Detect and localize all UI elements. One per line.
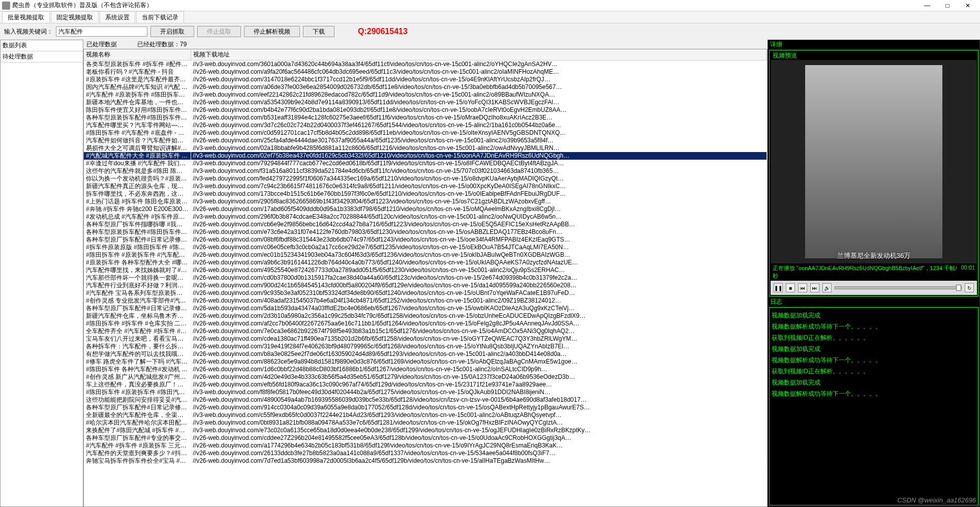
preview-group: 视频预览 兰博基尼全新发动机36万 正在播放 "oonAA7JDnEAvRH9R…: [769, 50, 978, 296]
download-button[interactable]: 下载: [303, 26, 334, 37]
table-row[interactable]: 汽车配件如何做抖音？汽车配件如何在抖音上…//v26-web.douyinvod…: [84, 137, 767, 144]
seek-bar[interactable]: [835, 286, 962, 289]
table-row[interactable]: #原装拆车件 #这里是汽车配件最齐全的地方…//v26-web.douyinvo…: [84, 76, 767, 83]
table-row[interactable]: #陈田拆车件 #拆车件 #仓库实拍 二手汽车…//v26-web.douyinv…: [84, 320, 767, 327]
pause-button[interactable]: ❚❚: [774, 283, 783, 292]
table-row[interactable]: 易损件大全之可调后弯臂知识讲解#车辆配件…//v3-web.douyinvod.…: [84, 144, 767, 152]
table-row[interactable]: 国内汽车配件品牌#汽车知识 #汽配 - 抖音//v26-web.douyinvo…: [84, 83, 767, 91]
tab-downloads[interactable]: 当前下载记录: [136, 11, 184, 23]
table-row[interactable]: 各种车型原装拆车配件#陈田拆车件 #拆车件…//v26-web.douyinvo…: [84, 114, 767, 122]
start-button[interactable]: 开启抓取: [150, 26, 194, 37]
table-row[interactable]: 这些年的汽车配件就是多#陈田 陈田拆车件…//v3-web.douyinvod.…: [84, 167, 767, 175]
main-tabs: 批量视频提取 固定视频提取 系统设置 当前下载记录: [0, 11, 980, 23]
table-row[interactable]: 汽车那些部件坏一个就得换一套呢？#汽车知…//v26-web.douyinvod…: [84, 274, 767, 282]
table-row[interactable]: #发动机总成 #汽车配件 #拆车件原装原版 #…//v3-web.douyinv…: [84, 213, 767, 221]
next-button[interactable]: ⏭: [810, 283, 819, 292]
table-row[interactable]: 全车配件齐全 #汽车配件 #拆车件 #原装拆…//v26-web.douyinv…: [84, 327, 767, 335]
table-row[interactable]: #创作灵感 专业批发汽车零部件#汽车配件 #…//v26-web.douyinv…: [84, 297, 767, 305]
cell-name: #汽车配件 #拆车件 #原装拆车 三元催化 #…: [84, 442, 191, 450]
table-row[interactable]: #拆车件原装原版 #陈田拆车件 #陈田汽配城…//v26-web.douyinv…: [84, 244, 767, 251]
table-row[interactable]: #奔驰 #拆车件 奔驰c200 E200E300 G L300 3…//v26-…: [84, 205, 767, 213]
close-button[interactable]: ✕: [958, 0, 978, 11]
table-row[interactable]: #汽车配件 #原装拆车件 #陈田拆车件 拆车件…//v3-web.douyinv…: [84, 91, 767, 99]
cell-url: //v26-web.douyinvod.com/25cfa4afde4444da…: [191, 137, 767, 144]
pending-list[interactable]: [1, 63, 83, 506]
table-row[interactable]: #陈田拆车件 各种汽车配件#发动机 - 抖音//v26-web.douyinvo…: [84, 366, 767, 373]
video-preview[interactable]: 兰博基尼全新发动机36万: [771, 60, 977, 263]
table-row[interactable]: #哈尔滨本田汽车配件哈尔滨本田配件#哈尔滨…//v3-web.douyinvod…: [84, 419, 767, 427]
table-row[interactable]: 陈田拆车件便宜又好用#陈田拆车件 #陈田汽…//v26-web.douyinvo…: [84, 106, 767, 114]
cell-name: 各种车型原厂拆车配件#日常记录修理工的日…: [84, 404, 191, 411]
cell-name: 各种拆车件：汽车配件，要什么拆什么，要哪…: [84, 343, 191, 350]
volume-button[interactable]: 🔊: [822, 283, 832, 292]
table-row[interactable]: #陈田拆车件 #原装拆车件 #汽车配件 #陈田…//v26-web.douyin…: [84, 251, 767, 259]
table-row[interactable]: 车上这些配件，真没必要换原厂！@DOU小助…//v26-web.douyinvo…: [84, 381, 767, 389]
log-line: 视频数据解析成功等待下一个。。。。。: [772, 321, 976, 332]
table-row[interactable]: 你以为换一个发动机很贵吗？#原装件原装原…//v3-web.douyinvod.…: [84, 175, 767, 183]
table-row[interactable]: 有想学做汽车配件的可以去找我哦，学会一…//v26-web.douyinvod.…: [84, 350, 767, 358]
log-line: 获取到视频ID正在解析。。。。。。: [772, 332, 976, 343]
cell-name: 汽车配件如何做抖音？汽车配件如何在抖音上…: [84, 137, 191, 144]
cell-url: //v26-web.douyinvod.com/b8a3e0825ee2f7de…: [191, 350, 767, 358]
table-row[interactable]: #汽车配件 宝马各系列车型原装拆车件 #宝马…//v26-web.douyinv…: [84, 289, 767, 297]
cell-url: //v26-web.douyinvod.com/af2cc7b06400f226…: [191, 320, 767, 327]
table-row[interactable]: 新疆汽车配件真正的源头仓库，现在开始转…//v3-web.douyinvod.c…: [84, 183, 767, 190]
table-row[interactable]: #修车 路虎全车件了解一下吗 #汽车配件 #…//v26-web.douyinv…: [84, 358, 767, 366]
cell-url: //v26-web.douyinvod.com/900d24c1b6584545…: [191, 282, 767, 289]
table-row[interactable]: #汽车配件 #拆车件 #原装拆车 三元催化 #…//v26-web.douyin…: [84, 442, 767, 450]
tab-fixed-extract[interactable]: 固定视频提取: [51, 11, 99, 23]
table-row[interactable]: 老板你看行吗？#汽车配件 - 抖音//v26-web.douyinvod.com…: [84, 68, 767, 76]
table-row[interactable]: 各类车型原装拆车件 #拆车件 #配件大全 #…//v3-web.douyinvo…: [84, 61, 767, 69]
stop-parse-button[interactable]: 停止解析视频: [244, 26, 300, 37]
tab-batch-extract[interactable]: 批量视频提取: [2, 11, 50, 23]
table-row[interactable]: #汽配城汽车配件大全 #原装拆车件 #诚信经…//v3-web.douyinvo…: [84, 152, 767, 160]
table-row[interactable]: 各种车型原厂拆车配件#日常记录修理工的日…//v26-web.douyinvod…: [84, 404, 767, 411]
table-row[interactable]: #幸逢过年dou来播 #汽车配件 我们只做一件…//v3-web.douyinv…: [84, 160, 767, 167]
tab-settings[interactable]: 系统设置: [100, 11, 135, 23]
maximize-button[interactable]: □: [937, 0, 958, 11]
table-row[interactable]: #陈田拆车件 #汽车配件 #底盘件 - 抖音//v26-web.douyinvo…: [84, 129, 767, 137]
col-video-name[interactable]: 视频名称: [84, 49, 191, 61]
prev-button[interactable]: ⏮: [798, 283, 807, 292]
table-row[interactable]: 各种车型原厂拆车件指哪拆哪 #我与汽车的…//v26-web.douyinvod…: [84, 221, 767, 228]
table-row[interactable]: #陈田拆车件 #原装拆车件 #陈田汽配城 配…//v3-web.douyinvo…: [84, 389, 767, 396]
table-row[interactable]: 各种车型原厂拆车配件#日常记录修理工的日…//v26-web.douyinvod…: [84, 236, 767, 244]
table-row[interactable]: 拆车件哪里找，不必东奔西跑，这里总有一款…//v3-web.douyinvod.…: [84, 190, 767, 198]
col-video-url[interactable]: 视频下载地址: [191, 49, 767, 61]
table-row[interactable]: 汽车配件行业到底好不好做？利润到底高不高…//v26-web.douyinvod…: [84, 282, 767, 289]
table-row[interactable]: #原装拆车件 各种车型配件大全 #哪里有最…//v26-web.douyinvo…: [84, 259, 767, 266]
table-row[interactable]: 各种车型原厂拆车配件#日常记录修理工的日…//v26-web.douyinvod…: [84, 305, 767, 312]
table-row[interactable]: 这些功能能把剧院问安排得妥妥#汽配 #…//v26-web.douyinvod.…: [84, 396, 767, 404]
results-table-wrap[interactable]: 视频名称 视频下载地址 各类车型原装拆车件 #拆车件 #配件大全 #…//v3-…: [83, 49, 768, 507]
table-row[interactable]: 汽车配件哪里找，来找姊姊就对了#拆车件 #…//v26-web.douyinvo…: [84, 266, 767, 274]
cell-name: 奔驰宝马拆车件拆车件价全#宝马 #奔驰…: [84, 457, 191, 465]
table-row[interactable]: 奔驰宝马拆车件拆车件价全#宝马 #奔驰…//v26-web.douyinvod.…: [84, 457, 767, 465]
table-row[interactable]: 汽车配件哪里买？汽车零件网站——美国修车…//v26-web.douyinvod…: [84, 122, 767, 129]
keyword-input[interactable]: [56, 26, 147, 37]
table-row[interactable]: 汽车配件的天堂逛到爽要多少？#抖音汽车…//v26-web.douyinvod.…: [84, 450, 767, 457]
table-row[interactable]: 各种拆车件：汽车配件，要什么拆什么，要哪…//v26-web.douyinvod…: [84, 343, 767, 350]
table-row[interactable]: #上热门话题 #拆车件 陈田仓库原装拆车件#…//v3-web.douyinvo…: [84, 198, 767, 205]
table-row[interactable]: 来换配件了#陈田汽配城 #拆车件 #汽车配件…//v3-web.douyinvo…: [84, 427, 767, 434]
log-panel[interactable]: 视频数据加载完成视频数据解析成功等待下一个。。。。。获取到视频ID正在解析。。。…: [769, 307, 978, 505]
table-row[interactable]: #创作灵感 新广从汽配城批发#广州全记汽…//v26-web.douyinvod…: [84, 373, 767, 381]
log-line: 视频数据加载完成: [772, 377, 976, 388]
table-row[interactable]: 全新疆最全的汽车配件仓库，全渠道种的修理…//v3-web.douyinvod.…: [84, 411, 767, 419]
cell-name: #创作灵感 专业批发汽车零部件#汽车配件 #…: [84, 297, 191, 305]
cell-url: //v26-web.douyinvod.com/1d6c0bbf22d48b88…: [191, 366, 767, 373]
cell-url: //v26-web.douyinvod.com/49525540e8724267…: [191, 266, 767, 274]
stop-player-button[interactable]: ■: [786, 283, 795, 292]
stop-button[interactable]: 停止提取: [197, 26, 241, 37]
table-row[interactable]: 新疆汽车配件仓库，坐标乌鲁木齐天兴汽配城…//v26-web.douyinvod…: [84, 312, 767, 320]
cell-url: //v3-web.douyinvod.com/f31a516a8011cf383…: [191, 167, 767, 175]
seek-thumb[interactable]: [956, 285, 961, 291]
loop-button[interactable]: ↻: [965, 283, 974, 292]
cell-name: #幸逢过年dou来播 #汽车配件 我们只做一件…: [84, 160, 191, 167]
cell-name: #陈田拆车件 #拆车件 #仓库实拍 二手汽车…: [84, 320, 191, 327]
table-row[interactable]: 新疆本地汽配件仓库基地，一件也是批发价#…//v26-web.douyinvod…: [84, 99, 767, 106]
minimize-button[interactable]: —: [917, 0, 937, 11]
table-row[interactable]: 各种车型原厂拆车配件#专业的事交给专业的…//v26-web.douyinvod…: [84, 434, 767, 442]
table-row[interactable]: 宝马车友们八开过来吧，看看宝马配件都什…//v26-web.douyinvod.…: [84, 335, 767, 343]
log-label: 日志: [768, 297, 979, 306]
table-row[interactable]: 各种车型原装拆车配件#陈田拆车件 #拆车件…//v26-web.douyinvo…: [84, 228, 767, 236]
